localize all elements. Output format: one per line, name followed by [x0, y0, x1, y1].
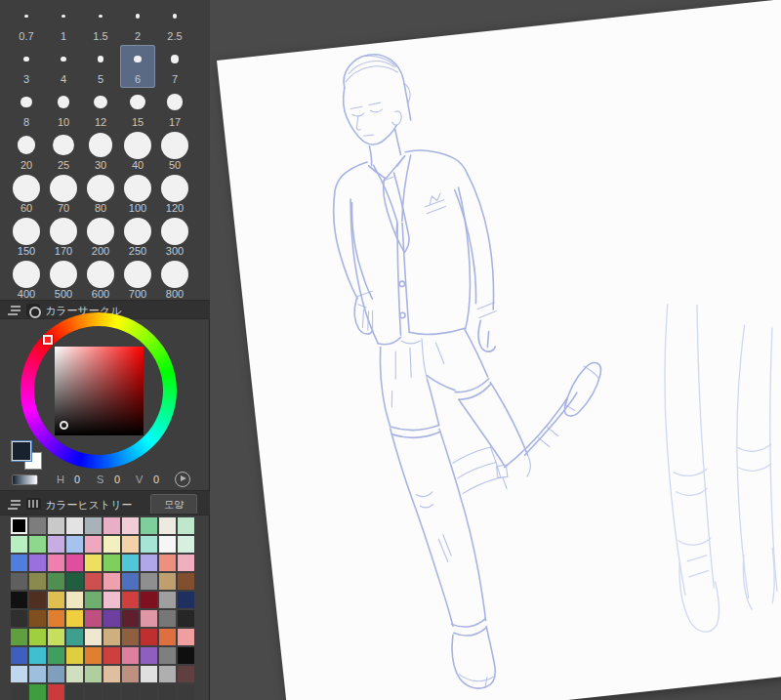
history-swatch[interactable]	[48, 629, 64, 645]
brush-size-option[interactable]: 600	[83, 260, 118, 303]
history-swatch[interactable]	[11, 666, 27, 682]
history-swatch[interactable]	[122, 629, 139, 645]
history-swatch[interactable]	[85, 610, 102, 627]
history-swatch[interactable]	[29, 647, 46, 664]
history-swatch[interactable]	[178, 573, 194, 590]
history-swatch[interactable]	[66, 684, 83, 700]
brush-size-option[interactable]: 150	[9, 217, 44, 260]
history-swatch[interactable]	[103, 573, 120, 590]
history-swatch[interactable]	[178, 666, 194, 682]
brush-size-option[interactable]: 0.7	[9, 2, 44, 45]
history-swatch[interactable]	[141, 610, 157, 627]
brush-size-option[interactable]: 500	[46, 260, 81, 303]
history-swatch[interactable]	[85, 592, 102, 608]
history-swatch[interactable]	[178, 536, 194, 553]
history-swatch[interactable]	[122, 536, 139, 553]
history-swatch[interactable]	[66, 573, 83, 590]
history-swatch[interactable]	[48, 517, 64, 534]
history-swatch[interactable]	[103, 592, 120, 608]
history-swatch[interactable]	[29, 610, 46, 627]
history-swatch[interactable]	[103, 647, 120, 664]
play-mode-button[interactable]	[175, 472, 190, 487]
history-swatch[interactable]	[122, 666, 139, 682]
history-swatch[interactable]	[11, 555, 27, 571]
history-swatch[interactable]	[122, 555, 139, 571]
saturation-value[interactable]: 0	[114, 474, 120, 485]
history-swatch[interactable]	[141, 592, 157, 608]
history-swatch[interactable]	[141, 555, 157, 571]
history-swatch[interactable]	[85, 629, 102, 645]
history-swatch[interactable]	[122, 517, 139, 534]
history-swatch[interactable]	[29, 629, 46, 645]
history-swatch[interactable]	[11, 629, 27, 645]
brush-size-option[interactable]: 5	[83, 45, 118, 88]
history-swatch[interactable]	[103, 610, 120, 627]
history-swatch[interactable]	[103, 666, 120, 682]
history-swatch[interactable]	[159, 684, 176, 700]
history-swatch[interactable]	[29, 684, 46, 700]
hue-marker[interactable]	[43, 335, 53, 345]
history-swatch[interactable]	[29, 573, 46, 590]
brush-size-option[interactable]: 1	[46, 2, 81, 45]
history-swatch[interactable]	[11, 592, 27, 608]
history-swatch[interactable]	[48, 573, 64, 590]
history-swatch[interactable]	[11, 573, 27, 590]
history-swatch[interactable]	[159, 592, 176, 608]
history-swatch[interactable]	[178, 555, 194, 571]
brush-size-option[interactable]: 2.5	[157, 2, 192, 45]
brush-size-option[interactable]: 10	[46, 88, 81, 131]
history-swatch[interactable]	[11, 610, 27, 627]
history-swatch[interactable]	[85, 555, 102, 571]
brush-size-option[interactable]: 40	[120, 131, 155, 174]
history-swatch[interactable]	[141, 647, 157, 664]
brush-size-option[interactable]: 800	[157, 260, 192, 303]
brush-size-option[interactable]: 1.5	[83, 2, 118, 45]
history-swatch[interactable]	[159, 610, 176, 627]
history-swatch[interactable]	[141, 684, 157, 700]
history-swatch[interactable]	[159, 629, 176, 645]
history-swatch[interactable]	[141, 517, 157, 534]
brush-size-option[interactable]: 15	[120, 88, 155, 131]
history-swatch[interactable]	[159, 555, 176, 571]
history-swatch[interactable]	[103, 629, 120, 645]
drawing-canvas[interactable]	[217, 0, 781, 700]
history-swatch[interactable]	[85, 573, 102, 590]
brush-size-option[interactable]: 400	[9, 260, 44, 303]
history-swatch[interactable]	[66, 517, 83, 534]
history-swatch[interactable]	[48, 610, 64, 627]
history-swatch[interactable]	[85, 647, 102, 664]
history-swatch[interactable]	[85, 666, 102, 682]
brush-size-option[interactable]: 700	[120, 260, 155, 303]
history-swatch[interactable]	[178, 684, 194, 700]
brush-size-option[interactable]: 7	[157, 45, 192, 88]
brush-size-option[interactable]: 17	[157, 88, 192, 131]
history-swatch[interactable]	[11, 536, 27, 553]
history-swatch[interactable]	[29, 666, 46, 682]
history-swatch[interactable]	[66, 629, 83, 645]
history-swatch[interactable]	[159, 647, 176, 664]
saturation-value-square[interactable]	[55, 347, 144, 435]
history-swatch[interactable]	[178, 629, 194, 645]
history-swatch[interactable]	[48, 666, 64, 682]
brush-size-option[interactable]: 80	[83, 174, 118, 217]
history-swatch[interactable]	[103, 684, 120, 700]
history-swatch[interactable]	[66, 592, 83, 608]
panel-menu-icon[interactable]	[11, 500, 21, 502]
brush-size-option[interactable]: 100	[120, 174, 155, 217]
history-swatch[interactable]	[85, 517, 102, 534]
brush-size-option[interactable]: 2	[120, 2, 155, 45]
history-swatch[interactable]	[66, 536, 83, 553]
history-swatch[interactable]	[29, 536, 46, 553]
history-swatch[interactable]	[103, 536, 120, 553]
history-swatch[interactable]	[122, 573, 139, 590]
brush-size-option[interactable]: 25	[46, 131, 81, 174]
sv-marker[interactable]	[60, 421, 68, 430]
brush-size-option[interactable]: 60	[9, 174, 44, 217]
color-bar-icon[interactable]	[12, 474, 38, 485]
history-swatch[interactable]	[48, 684, 64, 700]
hue-value[interactable]: 0	[74, 474, 80, 485]
history-swatch[interactable]	[48, 536, 64, 553]
history-side-tab[interactable]: 모양	[150, 494, 197, 514]
history-swatch[interactable]	[103, 517, 120, 534]
history-swatch[interactable]	[178, 610, 194, 627]
